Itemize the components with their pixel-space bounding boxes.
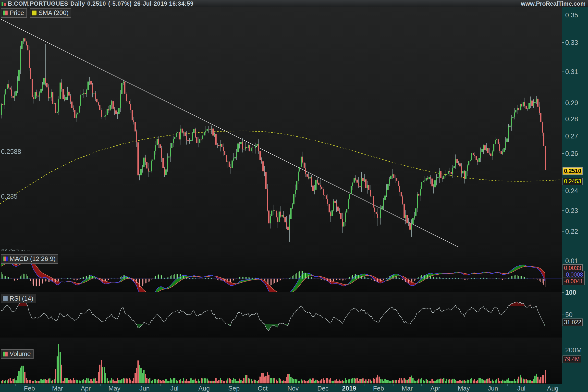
month-boundary-tick [220,384,220,386]
level-label-0-235: 0.235 [1,193,18,200]
month-label-Jun-4: Jun [140,385,150,392]
month-label-Feb-0: Feb [24,385,35,392]
month-label-Jul-5: Jul [170,385,178,392]
price-axis[interactable]: 0.350.330.310.290.280.270.260.240.230.22… [562,7,588,384]
month-label-May-15: May [458,385,470,392]
macd-series-icon [2,256,8,262]
month-boundary-tick [160,384,161,386]
month-label-2019-11: 2019 [342,385,356,392]
rsi-value-badge: 31.022 [562,318,582,326]
prorealtime-link[interactable]: www.ProRealTime.com [521,0,586,7]
month-label-Aug-6: Aug [198,385,210,392]
chart-app: B.COM.PORTUGUESDaily0.2510(-5.07%)26-Jul… [0,0,588,392]
month-boundary-tick [539,384,539,386]
header-bar: B.COM.PORTUGUESDaily0.2510(-5.07%)26-Jul… [0,0,588,7]
legend-volume-label: Volume [10,350,31,358]
chart-canvas[interactable] [0,7,562,384]
month-label-Dec-10: Dec [317,385,328,392]
legend-price-label: Price [10,9,24,17]
volume-value-badge: 79.4M [562,356,581,363]
legend-rsi-chip[interactable]: RSI (14) [1,294,36,303]
month-label-Jul-17: Jul [517,385,525,392]
sma-value-badge: 0.2453 [562,178,582,185]
time-axis[interactable]: FebMarAprMayJunJulAugSepOctNovDec2019Feb… [0,384,588,392]
month-label-Aug-18: Aug [547,385,558,392]
instrument-name: B.COM.PORTUGUES [8,0,68,7]
macd-value-badge-1: -0.0008 [562,271,584,278]
month-boundary-tick [335,384,336,386]
volume-series-icon [2,351,8,357]
sma-series-icon [31,10,37,16]
change-percent: (-5.07%) [108,0,132,7]
month-boundary-tick [479,384,479,386]
macd-value-badge-2: -0.0041 [562,278,584,285]
legend-macd-chip[interactable]: MACD (12 26 9) [1,254,58,264]
month-boundary-tick [450,384,450,386]
month-label-Oct-8: Oct [258,385,268,392]
month-label-Feb-12: Feb [373,385,384,392]
month-boundary-tick [508,384,508,386]
month-boundary-tick [16,384,16,386]
last-price: 0.2510 [87,0,106,7]
month-boundary-tick [130,384,131,386]
legend-price-chip[interactable]: Price [1,8,27,18]
legend-rsi-label: RSI (14) [10,295,33,302]
legend-sma-chip[interactable]: SMA (200) [30,8,71,18]
month-boundary-tick [190,384,190,386]
month-boundary-tick [279,384,279,386]
month-label-Mar-13: Mar [402,385,413,392]
month-label-May-3: May [108,385,120,392]
copyright-watermark: © ProRealTime.com [2,248,30,252]
month-boundary-tick [100,384,101,386]
month-boundary-tick [364,384,365,386]
legend-sma-label: SMA (200) [38,9,68,17]
app-logo-icon [2,1,6,6]
month-label-Apr-2: Apr [81,385,91,392]
month-label-Sep-7: Sep [228,385,240,392]
month-label-Jun-16: Jun [488,385,498,392]
quote-datetime: 26-Jul-2019 16:34:59 [134,0,194,7]
last-price-badge: 0.2510 [562,167,582,175]
level-label-0-2588: 0.2588 [1,148,21,156]
chart-title: B.COM.PORTUGUESDaily0.2510(-5.07%)26-Jul… [8,0,196,7]
timeframe-label: Daily [70,0,85,7]
month-label-Apr-14: Apr [430,385,440,392]
month-label-Nov-9: Nov [288,385,299,392]
month-boundary-tick [44,384,44,386]
legend-macd-label: MACD (12 26 9) [10,255,56,263]
price-series-icon [2,10,8,16]
rsi-series-icon [2,296,8,301]
month-label-Mar-1: Mar [52,385,63,392]
legend-volume-chip[interactable]: Volume [1,349,34,359]
month-boundary-tick [72,384,72,386]
month-boundary-tick [249,384,249,386]
month-boundary-tick [422,384,422,386]
month-boundary-tick [309,384,309,386]
macd-value-badge-0: 0.0033 [562,264,582,272]
month-boundary-tick [393,384,394,386]
